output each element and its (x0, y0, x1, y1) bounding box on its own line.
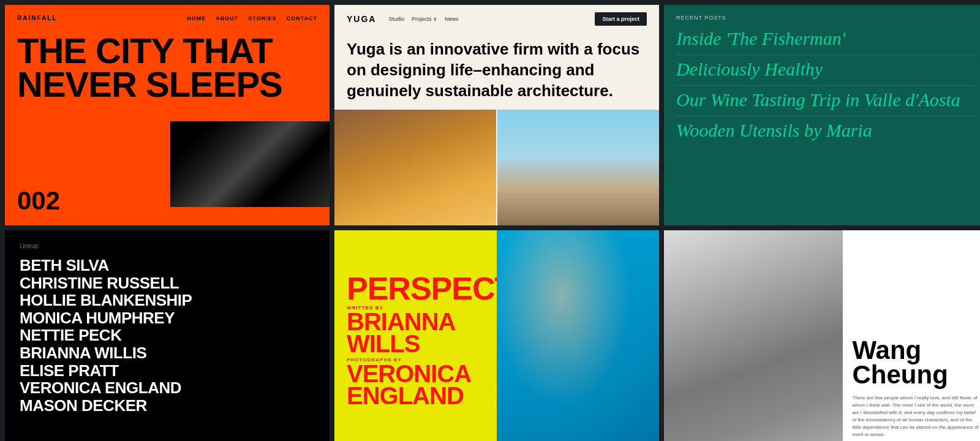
card-wang-cheung: Wang Cheung There are few people whom I … (664, 230, 980, 441)
portrait-info: Wang Cheung There are few people whom I … (843, 230, 981, 441)
brand-yuga: YUGA (347, 14, 376, 24)
lineup-name-0: BETH SILVA (20, 257, 315, 274)
nav2-left: YUGA Studio Projects ∨ News (347, 14, 459, 24)
post-wine-tasting[interactable]: Our Wine Tasting Trip in Valle d'Aosta (676, 89, 976, 116)
nav-contact[interactable]: CONTACT (287, 15, 317, 21)
architecture-image-right (497, 110, 659, 225)
lineup-name-3: MONICA HUMPHREY (20, 309, 315, 327)
author-name: BRIANNA WILLS (347, 311, 484, 355)
nav-links-rainfall: HOME ABOUT STORIES CONTACT (187, 15, 317, 21)
recent-posts-label: Recent Posts (676, 15, 976, 21)
perspective-title: PERSPECTIVE (347, 274, 484, 303)
card-lineup: Lineup: BETH SILVA CHRISTINE RUSSELL HOL… (5, 230, 330, 441)
navbar-yuga: YUGA Studio Projects ∨ News Start a proj… (334, 5, 659, 33)
lineup-name-7: VERONICA ENGLAND (20, 379, 315, 397)
person-name: Wang Cheung (853, 338, 979, 387)
portrait-figure (664, 230, 843, 441)
start-project-button[interactable]: Start a project (595, 12, 647, 26)
lineup-name-1: CHRISTINE RUSSELL (20, 274, 315, 292)
perspective-left: PERSPECTIVE WRITTEN BY BRIANNA WILLS PHO… (334, 230, 497, 441)
nav-studio[interactable]: Studio (388, 16, 404, 22)
lineup-name-4: NETTIE PECK (20, 326, 315, 344)
lineup-name-2: HOLLIE BLANKENSHIP (20, 292, 315, 309)
post-delicious[interactable]: Deliciously Healthy (676, 59, 976, 86)
hero-image-rainfall (170, 121, 330, 207)
architecture-image-left (334, 110, 496, 225)
nav-stories[interactable]: STORIES (248, 15, 276, 21)
headline-city: THE CITY THAT NEVER SLEEPS (17, 34, 317, 101)
lineup-label: Lineup: (20, 243, 315, 249)
issue-number: 002 (17, 186, 60, 216)
quote-text: There are few people whom I really love,… (853, 394, 979, 439)
nav-news[interactable]: News (445, 16, 459, 22)
brand-rainfall: RAINFALL (17, 15, 57, 21)
post-fisherman[interactable]: Inside 'The Fisherman' (676, 28, 976, 55)
yuga-nav-links: Studio Projects ∨ News (388, 16, 458, 22)
lineup-name-5: BRIANNA WILLIS (20, 344, 315, 362)
yuga-hero-text: Yuga is an innovative firm with a focus … (334, 33, 659, 110)
card-perspective: PERSPECTIVE WRITTEN BY BRIANNA WILLS PHO… (334, 230, 659, 441)
photographer-name: VERONICA ENGLAND (347, 363, 484, 407)
photo-city (170, 121, 330, 207)
nav-projects[interactable]: Projects ∨ (412, 16, 437, 22)
card-blog: Recent Posts Inside 'The Fisherman' Deli… (664, 5, 980, 225)
lineup-name-6: ELISE PRATT (20, 362, 315, 380)
portrait-photo (664, 230, 843, 441)
perspective-right (497, 230, 659, 441)
navbar-rainfall: RAINFALL HOME ABOUT STORIES CONTACT (17, 15, 317, 21)
card-yuga: YUGA Studio Projects ∨ News Start a proj… (334, 5, 659, 225)
card-rainfall: RAINFALL HOME ABOUT STORIES CONTACT THE … (5, 5, 330, 225)
architecture-images (334, 110, 659, 225)
lineup-name-8: MASON DECKER (20, 397, 315, 415)
perspective-photo (497, 230, 659, 441)
nav-about[interactable]: ABOUT (216, 15, 238, 21)
post-wooden-utensils[interactable]: Wooden Utensils by Maria (676, 120, 976, 146)
nav-home[interactable]: HOME (187, 15, 206, 21)
